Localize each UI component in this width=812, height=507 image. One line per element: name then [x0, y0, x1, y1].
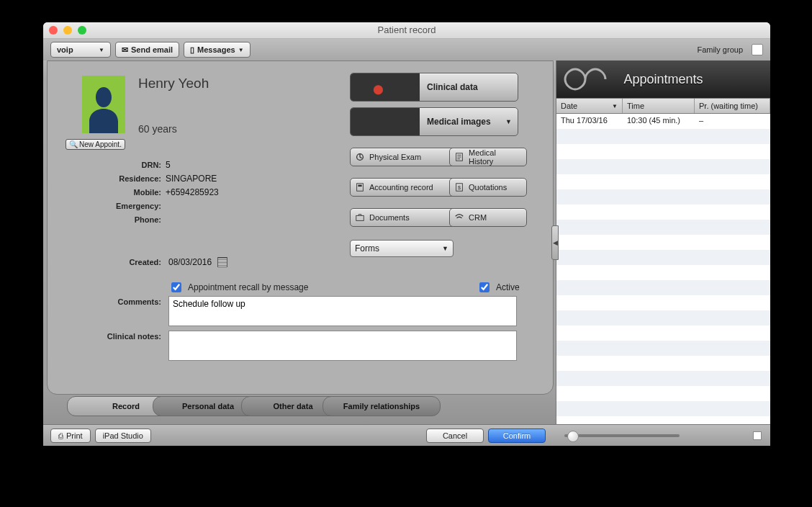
zoom-slider[interactable]	[564, 434, 680, 437]
toolbar: voip▼ ✉ Send email ▯ Messages ▼ Family g…	[43, 39, 770, 61]
minimize-icon[interactable]	[63, 26, 72, 35]
crm-button[interactable]: CRM	[449, 208, 527, 227]
table-row	[556, 371, 770, 386]
send-email-label: Send email	[131, 45, 173, 54]
col-time-label: Time	[627, 102, 644, 110]
patient-age: 60 years	[138, 123, 177, 135]
envelope-icon: ✉	[122, 45, 128, 55]
chevron-down-icon: ▼	[99, 47, 104, 53]
patient-name: Henry Yeoh	[138, 76, 209, 91]
table-row	[556, 356, 770, 371]
table-row	[556, 341, 770, 356]
confirm-button[interactable]: Confirm	[488, 429, 546, 443]
created-value: 08/03/2016	[168, 257, 212, 267]
appointments-rows: Thu 17/03/1610:30 (45 min.)–	[556, 114, 770, 425]
table-row	[556, 174, 770, 189]
record-panel: Henry Yeoh 60 years 🔍 New Appoint. DRN:5…	[43, 60, 556, 425]
table-row	[556, 144, 770, 159]
slider-knob[interactable]	[567, 431, 579, 442]
status-indicator	[753, 431, 762, 440]
col-date-label: Date	[561, 102, 577, 110]
print-label: Print	[66, 431, 83, 440]
forms-dropdown[interactable]: Forms ▼	[350, 240, 454, 257]
calculator-icon	[355, 182, 365, 192]
clinical-data-label: Clinical data	[420, 82, 518, 92]
table-row	[556, 265, 770, 280]
messages-label: Messages	[197, 45, 235, 54]
residence-label: Residence:	[48, 174, 166, 183]
col-pr[interactable]: Pr. (waiting time)	[695, 99, 770, 113]
avatar[interactable]	[82, 76, 125, 133]
tab-bar: Record Personal data Other data Family r…	[43, 395, 556, 425]
comments-input[interactable]	[168, 296, 517, 326]
splitter-handle[interactable]: ◀	[551, 225, 559, 260]
medical-images-button[interactable]: Medical images ▼	[350, 107, 518, 136]
voip-label: voip	[57, 45, 73, 54]
documents-label: Documents	[369, 213, 410, 222]
appointments-header: Appointments	[556, 60, 770, 98]
table-row	[556, 205, 770, 220]
col-pr-label: Pr. (waiting time)	[699, 102, 758, 110]
window-title: Patient record	[378, 24, 436, 35]
documents-button[interactable]: Documents	[350, 208, 455, 227]
medical-history-button[interactable]: Medical History	[449, 148, 527, 166]
appointments-panel: ◀ Appointments Date▼ Time Pr. (waiting t…	[556, 60, 770, 425]
table-row	[556, 326, 770, 341]
close-icon[interactable]	[49, 26, 58, 35]
clinical-data-button[interactable]: Clinical data	[350, 73, 518, 102]
xray-icon	[351, 108, 420, 135]
quote-icon: $	[454, 182, 464, 192]
stethoscope-icon	[355, 152, 365, 162]
table-row	[556, 159, 770, 174]
chevron-down-icon: ▼	[505, 118, 518, 125]
emergency-label: Emergency:	[48, 202, 166, 210]
medical-history-label: Medical History	[469, 148, 522, 166]
table-row	[556, 295, 770, 310]
patient-record-window: Patient record voip▼ ✉ Send email ▯ Mess…	[43, 22, 770, 446]
document-icon	[454, 152, 464, 162]
svg-text:$: $	[458, 185, 461, 190]
table-row	[556, 310, 770, 326]
tab-family-relationships[interactable]: Family relationships	[322, 396, 441, 416]
zoom-icon[interactable]	[78, 26, 86, 35]
new-appointment-button[interactable]: 🔍 New Appoint.	[66, 139, 125, 150]
calendar-icon[interactable]	[217, 257, 227, 267]
phone-label: Phone:	[48, 215, 166, 224]
chevron-down-icon: ▼	[238, 47, 244, 53]
active-label: Active	[496, 282, 520, 292]
active-checkbox[interactable]	[479, 282, 490, 292]
svg-rect-2	[357, 184, 364, 192]
forms-label: Forms	[355, 243, 379, 254]
chevron-down-icon: ▼	[442, 245, 448, 252]
tab-personal-data-label: Personal data	[182, 402, 234, 410]
mobile-label: Mobile:	[48, 188, 166, 197]
voip-dropdown[interactable]: voip▼	[50, 42, 111, 58]
logo-icon	[561, 65, 613, 94]
clinical-notes-input[interactable]	[168, 331, 517, 361]
send-email-button[interactable]: ✉ Send email	[115, 42, 179, 58]
cancel-button[interactable]: Cancel	[426, 429, 484, 443]
wifi-icon	[454, 212, 464, 223]
titlebar: Patient record	[43, 22, 770, 39]
accounting-record-button[interactable]: Accounting record	[350, 178, 455, 197]
ipad-studio-button[interactable]: iPad Studio	[95, 429, 151, 443]
col-time[interactable]: Time	[623, 99, 695, 113]
quotations-button[interactable]: $ Quotations	[449, 178, 527, 197]
print-button[interactable]: ⎙ Print	[50, 429, 91, 443]
phone-icon: ▯	[190, 45, 194, 55]
svg-rect-6	[356, 215, 364, 220]
footer: ⎙ Print iPad Studio Cancel Confirm	[43, 424, 770, 446]
new-appointment-label: New Appoint.	[79, 140, 122, 148]
physical-exam-button[interactable]: Physical Exam	[350, 148, 455, 166]
messages-dropdown[interactable]: ▯ Messages ▼	[184, 42, 251, 58]
table-row	[556, 129, 770, 144]
table-row	[556, 386, 770, 401]
residence-value: SINGAPORE	[166, 174, 217, 184]
tab-family-label: Family relationships	[343, 402, 420, 410]
table-row	[556, 235, 770, 250]
col-date[interactable]: Date▼	[556, 99, 623, 113]
family-group-checkbox[interactable]	[752, 44, 763, 55]
table-row[interactable]: Thu 17/03/1610:30 (45 min.)–	[556, 114, 770, 129]
tab-record-label: Record	[112, 402, 140, 410]
recall-checkbox[interactable]	[171, 282, 181, 292]
